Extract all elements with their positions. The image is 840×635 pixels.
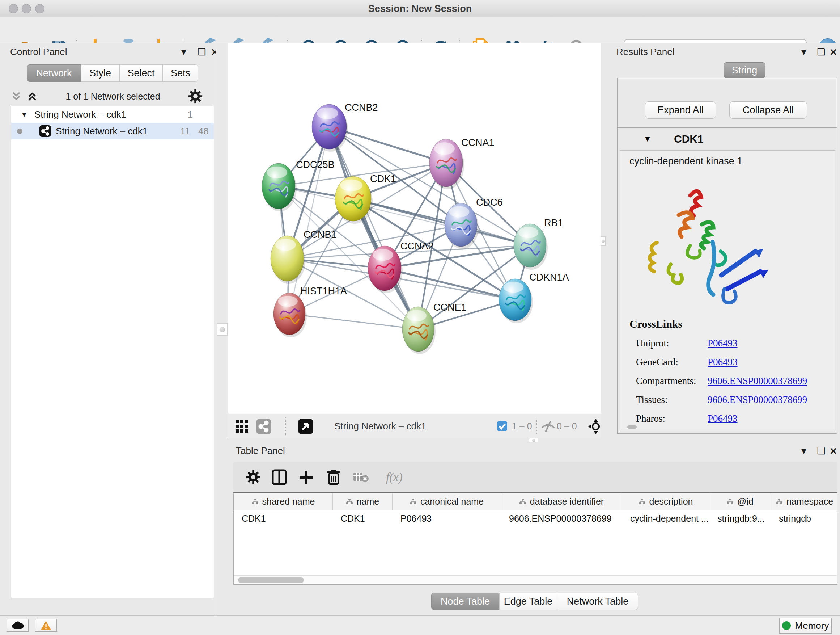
tab-select[interactable]: Select [119,65,163,82]
divider-grip[interactable] [217,323,227,336]
collapse-all-button[interactable]: Collapse All [729,101,807,119]
network-canvas[interactable]: CCNB2CCNA1CDC25BCDK1CDC6RB1CCNB1CCNA2CDK… [228,43,600,414]
expand-all-button[interactable]: Expand All [645,101,716,119]
delete-table-icon[interactable] [353,469,369,486]
table-cell[interactable]: 9606.ENSP00000378699 [501,513,622,524]
table-cell[interactable]: cyclin-dependent ... [622,513,709,524]
tab-node-table[interactable]: Node Table [431,593,499,610]
network-graph[interactable]: CCNB2CCNA1CDC25BCDK1CDC6RB1CCNB1CCNA2CDK… [228,43,601,414]
minimize-window-icon[interactable] [22,4,31,13]
network-node-CCNA1[interactable]: CCNA1 [429,137,494,189]
network-node-CCNA2[interactable]: CCNA2 [368,241,434,293]
node-label: CDKN1A [529,272,569,283]
table-h-scrollbar[interactable] [234,575,837,584]
panel-float-icon[interactable]: ❑ [817,46,825,57]
crosslink-row: Pharos:P06493 [630,409,807,428]
network-node-CDC25B[interactable]: CDC25B [262,159,335,211]
column-header--id[interactable]: @id [709,494,771,510]
open-in-new-window-icon[interactable] [298,418,314,434]
table-cell[interactable]: stringdb [771,513,837,524]
table-row[interactable]: CDK1CDK1P064939606.ENSP00000378699cyclin… [234,510,837,526]
crosslink-link[interactable]: P06493 [707,413,737,424]
node-label: HIST1H1A [300,286,347,296]
panel-float-icon[interactable]: ❑ [817,445,825,456]
column-header-canonical-name[interactable]: canonical name [393,494,501,510]
panel-divider[interactable] [600,43,606,438]
tab-edge-table[interactable]: Edge Table [499,593,557,610]
network-row[interactable]: String Network – cdk1 11 48 [11,123,214,139]
hidden-counts: 0 – 0 [557,414,577,439]
maximize-window-icon[interactable] [35,4,44,13]
crosslink-label: Uniprot: [630,338,707,349]
panel-divider[interactable] [228,438,840,442]
node-label: CDC6 [476,197,503,208]
cloud-status-button[interactable] [6,619,29,632]
table-cell[interactable]: CDK1 [234,513,333,524]
crosslink-link[interactable]: P06493 [707,356,737,368]
memory-status-dot [782,621,791,630]
tree-expand-icon[interactable]: ▼ [21,111,28,119]
divider-grip[interactable] [529,438,538,442]
network-overview-icon[interactable] [256,418,272,434]
cloud-icon [11,621,24,630]
tab-style[interactable]: Style [81,65,119,82]
warnings-button[interactable] [35,619,57,632]
network-status-dot [17,128,22,134]
column-header-label: shared name [262,496,315,507]
network-edge[interactable] [289,314,418,329]
table-cell[interactable]: P06493 [393,513,501,524]
hidden-eye-slash-icon[interactable] [540,418,556,434]
birds-eye-view-icon[interactable] [234,418,250,434]
panel-float-icon[interactable]: ❑ [197,46,206,57]
tab-network-table[interactable]: Network Table [557,593,638,610]
results-scrollbar-thumb[interactable] [627,425,637,429]
tab-string[interactable]: String [723,62,766,78]
tab-network[interactable]: Network [27,65,81,82]
network-node-RB1[interactable]: RB1 [514,218,563,270]
table-cell[interactable]: CDK1 [333,513,393,524]
crosslink-link[interactable]: 9606.ENSP00000378699 [707,394,807,405]
crosslink-link[interactable]: P06493 [707,338,737,349]
node-table: shared namenamecanonical namedatabase id… [233,492,837,585]
panel-divider[interactable] [216,43,228,616]
network-node-CCNE1[interactable]: CCNE1 [402,302,467,354]
selected-checkbox-icon[interactable] [497,421,508,432]
expand-all-icon[interactable] [27,90,38,102]
divider-grip[interactable] [600,236,606,246]
column-header-description[interactable]: description [622,494,709,510]
section-collapse-icon[interactable]: ▼ [644,134,652,144]
panel-menu-icon[interactable]: ▼ [799,47,808,57]
network-collection-row[interactable]: ▼ String Network – cdk1 1 [11,106,214,123]
network-edge[interactable] [353,199,530,245]
function-builder-icon[interactable]: f(x) [378,469,411,486]
show-columns-icon[interactable] [271,469,287,486]
panel-menu-icon[interactable]: ▼ [180,47,188,57]
panel-menu-icon[interactable]: ▼ [799,446,808,456]
network-edge[interactable] [329,127,418,329]
table-cell[interactable]: stringdb:9... [709,513,771,524]
column-header-database-identifier[interactable]: database identifier [501,494,622,510]
network-node-HIST1H1A[interactable]: HIST1H1A [273,286,347,337]
crosslink-link[interactable]: 9606.ENSP00000378699 [707,375,807,386]
node-count: 11 [180,126,190,137]
network-node-CCNB2[interactable]: CCNB2 [312,102,378,152]
scrollbar-thumb[interactable] [238,578,304,583]
crosslink-label: Compartments: [630,375,707,386]
crosslinks-heading: CrossLinks [630,318,807,330]
gear-icon[interactable] [188,89,202,103]
node-label: CCNA2 [401,241,434,252]
panel-close-icon[interactable]: ✕ [829,46,837,58]
column-header-name[interactable]: name [333,494,393,510]
network-node-CDKN1A[interactable]: CDKN1A [499,272,569,323]
add-column-plus-icon[interactable] [298,469,314,486]
network-node-CDC6[interactable]: CDC6 [445,197,503,249]
close-window-icon[interactable] [9,4,18,13]
panel-close-icon[interactable]: ✕ [829,445,837,457]
collapse-all-icon[interactable] [11,90,22,102]
column-header-shared-name[interactable]: shared name [234,494,333,510]
column-header-namespace[interactable]: namespace [771,494,837,510]
memory-button[interactable]: Memory [779,618,832,633]
delete-column-trash-icon[interactable] [325,469,342,486]
table-settings-gear-icon[interactable] [245,469,262,486]
tab-sets[interactable]: Sets [163,65,198,82]
